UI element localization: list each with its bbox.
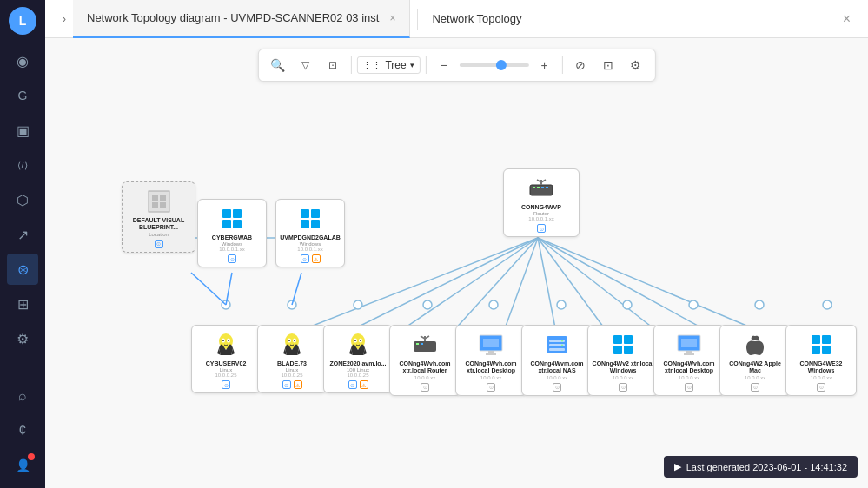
main-content: › Network Topology diagram - UVMPD-SCANN… (45, 0, 868, 488)
tab-close-button[interactable]: × (389, 12, 395, 24)
dashboard-icon: ◉ (17, 53, 29, 69)
layers-toolbar-button[interactable]: ⊡ (321, 53, 345, 77)
save-icon: ⊡ (603, 58, 613, 72)
settings-toolbar-icon: ⚙ (630, 58, 641, 72)
notification-badge-dot (28, 453, 35, 460)
apple-icon-node (741, 331, 769, 359)
settings-toolbar-button[interactable]: ⚙ (624, 53, 648, 77)
node-cybergwab[interactable]: CYBERGWAB Windows 10.0.0.1.xx ⊙ (197, 199, 267, 267)
zoom-slider[interactable] (460, 63, 529, 67)
tab-expand-button[interactable]: › (56, 10, 73, 29)
conng4desktop1-indicators: ⊙ (487, 383, 495, 392)
filter-icon: ▽ (301, 59, 309, 71)
sidebar-logo[interactable]: L (9, 7, 36, 35)
zoom-plus-button[interactable]: + (533, 53, 557, 77)
node-router1[interactable]: CONNG4WVP Router 10.0.0.1.xx ⊙ (503, 168, 580, 237)
sidebar-item-chart[interactable]: ↗ (7, 219, 38, 250)
search-toolbar-icon: 🔍 (270, 58, 285, 72)
node-conng4router[interactable]: CONng4Wvh.com xtr.local Router 10.0.0.xx… (389, 325, 461, 396)
minus-icon: − (441, 58, 447, 72)
node-conng4nas[interactable]: CONng4Wvm.com xtr.local NAS 10.0.0.xx ⊙ (521, 325, 593, 396)
svg-line-23 (191, 273, 226, 305)
sidebar-item-settings[interactable]: ⚙ (7, 323, 38, 354)
sidebar-item-dashboard[interactable]: ◉ (7, 45, 38, 76)
status-label: Last generated 2023-06-01 - 14:41:32 (686, 462, 847, 472)
cybuserv02-title: CYBUSERV02 (206, 360, 247, 367)
node-conng4windows2[interactable]: CONNG4WE32 Windows 10.0.0.xx ⊙ (785, 325, 857, 396)
code-icon: ⟨/⟩ (17, 160, 27, 171)
toolbar-sep-1 (350, 56, 351, 74)
conng4windows-title: CONng4Wv2 xtr.local Windows (592, 360, 654, 375)
plus-icon: + (541, 58, 548, 72)
tab-diagram-label: Network Topology diagram - UVMPD-SCANNER… (87, 11, 379, 24)
zone-title: ZONE2020.avm.lo... (330, 360, 387, 367)
node-conng4desktop1[interactable]: CONng4Wvh.com xtr.local Desktop 10.0.0.x… (455, 325, 527, 396)
svg-rect-54 (414, 341, 436, 352)
sidebar-item-building[interactable]: ⊞ (7, 288, 38, 320)
filter-toolbar-button[interactable]: ▽ (293, 53, 317, 77)
svg-point-43 (228, 340, 229, 341)
tab-bar: › Network Topology diagram - UVMPD-SCANN… (45, 0, 868, 38)
sidebar-item-network[interactable]: ⊛ (7, 254, 38, 285)
save-toolbar-button[interactable]: ⊡ (596, 53, 620, 77)
conng4windows2-ip: 10.0.0.xx (811, 375, 832, 380)
sidebar-item-search[interactable]: ⌕ (7, 380, 38, 412)
sidebar-item-currency[interactable]: ¢ (7, 415, 38, 446)
sidebar-item-shield[interactable]: ⬡ (7, 184, 38, 215)
cybergwab-indicators: ⊙ (228, 254, 236, 263)
indicator-dot-1: ⊙ (155, 240, 163, 248)
chart-icon: ↗ (17, 227, 29, 243)
cybergwab-ind-1: ⊙ (228, 254, 236, 263)
tab-section-label: Network Topology (425, 12, 528, 25)
linux-icon-1 (212, 331, 240, 359)
zoom-slider-thumb[interactable] (496, 60, 507, 70)
conng4router-title: CONng4Wvh.com xtr.local Router (394, 360, 456, 375)
node-conng4mac[interactable]: CONng4W2 Apple Mac 10.0.0.xx ⊙ (719, 325, 791, 396)
conng4desktop1-ip: 10.0.0.xx (480, 375, 501, 380)
disable-toolbar-button[interactable]: ⊘ (568, 53, 593, 77)
svg-rect-71 (681, 339, 697, 347)
sidebar-item-monitor[interactable]: ▣ (7, 115, 38, 146)
conng4desktop1-ind-1: ⊙ (487, 383, 495, 392)
node-conng4desktop2[interactable]: CONng4Wvh.com xtr.local Desktop 10.0.0.x… (653, 325, 725, 396)
tree-dropdown[interactable]: ⋮⋮ Tree ▾ (356, 56, 420, 74)
zoom-control (460, 63, 529, 67)
node-conng4windows[interactable]: CONng4Wv2 xtr.local Windows 10.0.0.xx ⊙ (587, 325, 659, 396)
node-blade73[interactable]: BLADE.73 Linux 10.0.0.25 ⊙ ⚠ (257, 325, 327, 393)
conng4windows-ind-1: ⊙ (619, 383, 627, 392)
sidebar-item-user[interactable]: 👤 (7, 450, 38, 481)
conng4nas-indicators: ⊙ (553, 383, 561, 392)
svg-rect-29 (152, 202, 158, 208)
conng4router-indicators: ⊙ (421, 383, 429, 392)
svg-rect-33 (537, 187, 540, 188)
windows-icon-4 (807, 331, 835, 359)
zoom-minus-button[interactable]: − (432, 53, 456, 77)
svg-rect-56 (421, 343, 423, 345)
tab-diagram[interactable]: Network Topology diagram - UVMPD-SCANNER… (73, 0, 410, 38)
search-icon-sidebar: ⌕ (18, 388, 27, 404)
sidebar-item-code[interactable]: ⟨/⟩ (7, 149, 38, 181)
blade73-ip: 10.0.0.25 (281, 373, 302, 378)
diagram-area[interactable]: 🔍 ▽ ⊡ ⋮⋮ Tree ▾ − (45, 38, 868, 488)
sidebar-item-globe[interactable]: G (7, 80, 38, 111)
conng4windows2-indicators: ⊙ (817, 383, 825, 392)
tree-label: Tree (385, 59, 406, 71)
window-close-button[interactable]: × (843, 11, 851, 27)
svg-point-16 (489, 300, 498, 309)
router-icon-1 (527, 175, 555, 202)
conng4nas-ind-1: ⊙ (553, 383, 561, 392)
svg-rect-62 (488, 351, 494, 353)
linux-icon-3 (344, 331, 372, 359)
svg-point-13 (288, 300, 296, 309)
svg-point-15 (423, 300, 432, 309)
search-toolbar-button[interactable]: 🔍 (265, 53, 289, 77)
windows-icon-2 (296, 205, 324, 233)
node-uvmpd[interactable]: UVMPDGND2GALAB Windows 10.0.0.1.xx ⊙ ⚠ (275, 199, 345, 267)
windows-icon-3 (609, 331, 637, 359)
building-icon: ⊞ (17, 296, 29, 313)
svg-point-48 (294, 340, 295, 341)
node-zone[interactable]: ZONE2020.avm.lo... 100 Linux 10.0.0.25 ⊙… (323, 325, 393, 393)
node-blueprint[interactable]: DEFAULT VISUAL BLUEPRINT... Location ⊙ (122, 181, 195, 253)
play-icon: ▶ (674, 461, 681, 472)
node-cybuserv02[interactable]: CYBUSERV02 Linux 10.0.0.25 ⊙ (191, 325, 261, 393)
